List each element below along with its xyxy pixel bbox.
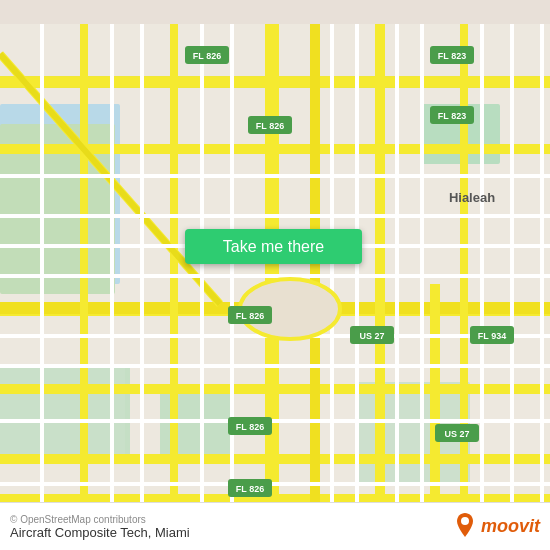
take-me-there-button[interactable]: Take me there: [185, 229, 362, 264]
svg-point-68: [461, 517, 469, 525]
svg-rect-43: [480, 24, 484, 526]
svg-rect-37: [200, 24, 204, 526]
svg-text:FL 823: FL 823: [438, 51, 466, 61]
moovit-pin-icon: [453, 513, 477, 541]
svg-rect-33: [0, 482, 550, 486]
svg-text:FL 826: FL 826: [193, 51, 221, 61]
svg-rect-35: [110, 24, 114, 526]
svg-rect-27: [0, 214, 550, 218]
svg-text:FL 823: FL 823: [438, 111, 466, 121]
svg-text:US 27: US 27: [359, 331, 384, 341]
svg-rect-44: [510, 24, 514, 526]
svg-rect-26: [0, 174, 550, 178]
moovit-logo: moovit: [453, 513, 540, 541]
svg-rect-7: [0, 364, 125, 464]
svg-text:FL 826: FL 826: [256, 121, 284, 131]
svg-rect-36: [140, 24, 144, 526]
svg-text:FL 934: FL 934: [478, 331, 506, 341]
svg-rect-39: [330, 24, 334, 526]
location-name: Aircraft Composite Tech, Miami: [10, 525, 190, 540]
map-container: FL 826 FL 823 FL 826 FL 823 Hialeah FL 8…: [0, 0, 550, 550]
svg-rect-38: [230, 24, 234, 526]
svg-rect-45: [540, 24, 544, 526]
bottom-left-info: © OpenStreetMap contributors Aircraft Co…: [10, 514, 190, 540]
bottom-bar: © OpenStreetMap contributors Aircraft Co…: [0, 502, 550, 550]
svg-rect-20: [430, 284, 440, 526]
svg-rect-32: [0, 419, 550, 423]
svg-text:FL 826: FL 826: [236, 484, 264, 494]
moovit-brand-name: moovit: [481, 516, 540, 537]
map-svg: FL 826 FL 823 FL 826 FL 823 Hialeah FL 8…: [0, 0, 550, 550]
svg-text:Hialeah: Hialeah: [449, 190, 495, 205]
copyright-text: © OpenStreetMap contributors: [10, 514, 190, 525]
svg-text:FL 826: FL 826: [236, 422, 264, 432]
svg-rect-29: [0, 274, 550, 278]
svg-rect-34: [40, 24, 44, 526]
svg-rect-42: [420, 24, 424, 526]
svg-rect-31: [0, 364, 550, 368]
svg-text:FL 826: FL 826: [236, 311, 264, 321]
svg-rect-40: [355, 24, 359, 526]
svg-text:US 27: US 27: [444, 429, 469, 439]
svg-rect-41: [395, 24, 399, 526]
